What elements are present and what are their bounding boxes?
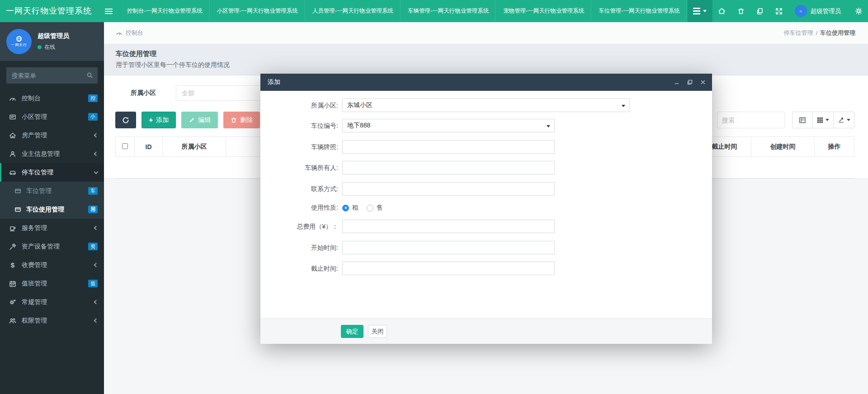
settings-gear-icon[interactable] bbox=[849, 0, 868, 22]
contact-input[interactable] bbox=[342, 182, 555, 196]
table-search-input[interactable] bbox=[717, 112, 785, 128]
start-time-input[interactable] bbox=[342, 241, 555, 254]
sidebar-item-parking-usage[interactable]: 车位使用管理 用 bbox=[0, 200, 104, 219]
tab-personnel[interactable]: 人员管理-一网天行物业管理系统 bbox=[305, 0, 401, 22]
breadcrumb: 控制台 停车位管理 / 车位使用管理 bbox=[104, 22, 868, 44]
sidebar-item-parking-spaces[interactable]: 车位管理 车 bbox=[0, 182, 104, 200]
dialog-body: 所属小区: 东城小区 车位编号: 地下888 车辆牌照: 车辆所有人: 联系方式… bbox=[260, 91, 712, 318]
sidebar-item-general[interactable]: 常规管理 bbox=[0, 293, 104, 311]
dollar-icon: $ bbox=[8, 261, 17, 269]
total-fee-input[interactable] bbox=[342, 220, 555, 233]
fullscreen-icon[interactable] bbox=[769, 0, 788, 22]
cogs-icon bbox=[8, 299, 17, 306]
sidebar-item-fees[interactable]: $ 收费管理 bbox=[0, 256, 104, 274]
community-select[interactable]: 东城小区 bbox=[342, 98, 630, 112]
menu-search-input[interactable] bbox=[6, 67, 98, 84]
sidebar-item-service[interactable]: 服务管理 bbox=[0, 219, 104, 237]
trash-icon[interactable] bbox=[731, 0, 750, 22]
tab-vehicle[interactable]: 车辆管理-一网天行物业管理系统 bbox=[401, 0, 496, 22]
col-community: 所属小区 bbox=[163, 137, 226, 157]
copy-icon[interactable] bbox=[750, 0, 769, 22]
end-time-input[interactable] bbox=[342, 262, 555, 275]
close-icon[interactable] bbox=[700, 80, 706, 85]
minimize-icon[interactable] bbox=[674, 80, 679, 85]
sidebar-profile: ʘ 一网天行 超级管理员 在线 bbox=[0, 22, 104, 61]
tab-parking[interactable]: 车位管理-一网天行物业管理系统 bbox=[591, 0, 687, 22]
maximize-icon[interactable] bbox=[687, 80, 693, 85]
select-all-checkbox[interactable] bbox=[122, 143, 128, 149]
owner-label: 车辆所有人: bbox=[260, 161, 338, 174]
export-icon bbox=[838, 117, 844, 123]
breadcrumb-parent[interactable]: 停车位管理 bbox=[783, 29, 813, 37]
community-label: 所属小区: bbox=[260, 98, 338, 112]
calendar-icon bbox=[8, 280, 17, 287]
plate-input[interactable] bbox=[342, 140, 555, 154]
coffee-icon bbox=[8, 225, 17, 232]
car-icon bbox=[8, 169, 17, 176]
sidebar-item-parking[interactable]: 停车位管理 bbox=[0, 163, 104, 182]
dialog-header[interactable]: 添加 bbox=[260, 74, 712, 91]
profile-avatar[interactable]: ʘ 一网天行 bbox=[6, 29, 32, 54]
delete-button[interactable]: 删除 bbox=[223, 112, 260, 128]
badge: 值 bbox=[88, 280, 98, 287]
chevron-down-icon bbox=[94, 169, 99, 174]
dialog-footer: 确定 关闭 bbox=[260, 318, 712, 344]
sidebar: ʘ 一网天行 超级管理员 在线 控制台 控 小区管理 小 房产管 bbox=[0, 22, 104, 394]
col-create-time: 创建时间 bbox=[751, 137, 815, 157]
logo-mark-icon: ʘ bbox=[16, 36, 22, 42]
list-detail-icon bbox=[799, 117, 806, 124]
chevron-left-icon bbox=[94, 152, 99, 156]
sidebar-item-owner-info[interactable]: 业主信息管理 bbox=[0, 145, 104, 163]
plate-label: 车辆牌照: bbox=[260, 140, 338, 154]
sidebar-search bbox=[6, 67, 98, 84]
owner-input[interactable] bbox=[342, 161, 555, 174]
page-title: 车位使用管理 bbox=[116, 50, 868, 58]
radio-rent[interactable]: 租 bbox=[342, 204, 359, 212]
col-actions: 操作 bbox=[815, 137, 854, 157]
badge: 控 bbox=[88, 94, 98, 102]
sidebar-item-assets[interactable]: 资产设备管理 资 bbox=[0, 237, 104, 256]
badge: 资 bbox=[88, 243, 98, 250]
caret-down-icon bbox=[622, 105, 625, 107]
export-button[interactable] bbox=[834, 112, 854, 128]
home-icon[interactable] bbox=[712, 0, 731, 22]
parking-submenu: 车位管理 车 车位使用管理 用 bbox=[0, 182, 104, 219]
tab-console[interactable]: 控制台-一网天行物业管理系统 bbox=[120, 0, 210, 22]
columns-button[interactable] bbox=[813, 112, 834, 128]
sidebar-item-dashboard[interactable]: 控制台 控 bbox=[0, 89, 104, 108]
breadcrumb-console[interactable]: 控制台 bbox=[126, 29, 143, 37]
gauge-icon bbox=[116, 30, 123, 37]
tabs-menu-toggle[interactable] bbox=[687, 0, 712, 22]
edit-button[interactable]: 编辑 bbox=[181, 112, 218, 128]
user-icon bbox=[8, 150, 17, 158]
view-button-group bbox=[792, 112, 854, 128]
search-icon[interactable] bbox=[86, 72, 93, 79]
list-card-icon bbox=[8, 113, 17, 121]
tab-community[interactable]: 小区管理-一网天行物业管理系统 bbox=[210, 0, 305, 22]
refresh-button[interactable] bbox=[115, 112, 136, 128]
sidebar-item-duty[interactable]: 值班管理 值 bbox=[0, 274, 104, 293]
close-button[interactable]: 关闭 bbox=[368, 325, 387, 338]
tab-pet[interactable]: 宠物管理-一网天行物业管理系统 bbox=[496, 0, 591, 22]
tab-bar: 控制台-一网天行物业管理系统 小区管理-一网天行物业管理系统 人员管理-一网天行… bbox=[120, 0, 687, 22]
spot-number-select[interactable]: 地下888 bbox=[342, 119, 555, 132]
user-avatar[interactable]: ʘ bbox=[795, 5, 807, 17]
caret-down-icon bbox=[826, 119, 829, 121]
sidebar-item-property[interactable]: 房产管理 bbox=[0, 126, 104, 145]
detail-view-button[interactable] bbox=[792, 112, 813, 128]
radio-unselected-icon bbox=[367, 205, 373, 211]
confirm-button[interactable]: 确定 bbox=[341, 325, 363, 338]
total-fee-label: 总费用（¥）： bbox=[260, 220, 338, 233]
card-icon bbox=[14, 188, 22, 194]
caret-down-icon bbox=[547, 125, 550, 127]
username-label[interactable]: 超级管理员 bbox=[811, 7, 841, 15]
sidebar-item-community[interactable]: 小区管理 小 bbox=[0, 108, 104, 126]
topbar-right: ʘ 超级管理员 bbox=[687, 0, 868, 22]
sidebar-item-permissions[interactable]: 权限管理 bbox=[0, 311, 104, 330]
card-icon bbox=[14, 206, 22, 213]
sidebar-toggle-icon[interactable] bbox=[98, 0, 120, 22]
caret-down-icon bbox=[847, 119, 850, 121]
profile-name: 超级管理员 bbox=[38, 32, 69, 40]
add-button[interactable]: + 添加 bbox=[142, 112, 176, 128]
radio-sell[interactable]: 售 bbox=[367, 204, 383, 212]
